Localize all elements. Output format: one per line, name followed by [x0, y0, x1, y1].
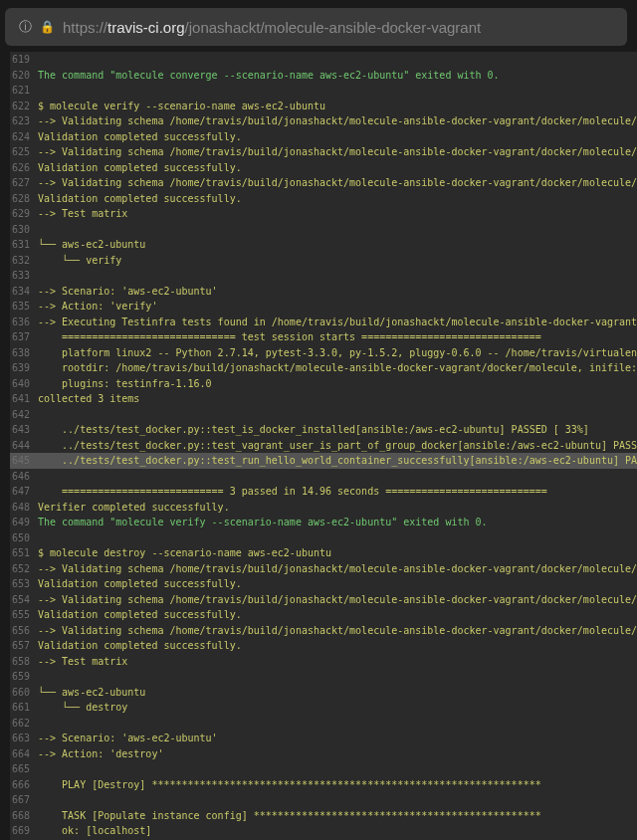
log-line: 627--> Validating schema /home/travis/bu… [10, 175, 637, 191]
line-number[interactable]: 648 [10, 500, 38, 516]
line-number[interactable]: 631 [10, 237, 38, 253]
line-number[interactable]: 632 [10, 253, 38, 269]
log-line: 650 [10, 530, 637, 546]
line-content: The command "molecule verify --scenario-… [38, 515, 488, 530]
line-content: Validation completed successfully. [38, 129, 242, 145]
line-number[interactable]: 667 [10, 792, 38, 808]
line-content: =========================== 3 passed in … [38, 484, 547, 500]
line-number[interactable]: 650 [10, 530, 38, 546]
url-prefix: https:// [63, 19, 107, 36]
line-number[interactable]: 649 [10, 515, 38, 530]
line-number[interactable]: 643 [10, 422, 38, 438]
line-number[interactable]: 644 [10, 438, 38, 454]
line-number[interactable]: 665 [10, 761, 38, 777]
line-number[interactable]: 668 [10, 808, 38, 824]
line-number[interactable]: 645 [10, 453, 38, 469]
log-line: 665 [10, 761, 637, 777]
line-number[interactable]: 656 [10, 623, 38, 639]
line-number[interactable]: 657 [10, 638, 38, 654]
line-number[interactable]: 623 [10, 113, 38, 129]
log-line: 658--> Test matrix [10, 654, 637, 670]
line-content: └── aws-ec2-ubuntu [38, 237, 145, 253]
line-content: The command "molecule converge --scenari… [38, 68, 500, 84]
line-number[interactable]: 653 [10, 576, 38, 592]
line-content: Validation completed successfully. [38, 191, 242, 207]
line-number[interactable]: 624 [10, 129, 38, 145]
line-number[interactable]: 642 [10, 407, 38, 423]
line-number[interactable]: 640 [10, 376, 38, 392]
line-number[interactable]: 630 [10, 222, 38, 238]
log-line: 656--> Validating schema /home/travis/bu… [10, 623, 637, 639]
log-line: 667 [10, 792, 637, 808]
line-content: --> Validating schema /home/travis/build… [38, 175, 637, 191]
log-line: 629--> Test matrix [10, 206, 637, 222]
line-number[interactable]: 655 [10, 607, 38, 623]
line-number[interactable]: 626 [10, 160, 38, 176]
line-number[interactable]: 629 [10, 206, 38, 222]
line-number[interactable]: 639 [10, 360, 38, 376]
line-number[interactable]: 661 [10, 700, 38, 716]
log-line: 623--> Validating schema /home/travis/bu… [10, 113, 637, 129]
line-number[interactable]: 638 [10, 345, 38, 361]
line-content: Verifier completed successfully. [38, 500, 230, 516]
line-content: Validation completed successfully. [38, 638, 242, 654]
line-number[interactable]: 654 [10, 592, 38, 608]
line-number[interactable]: 658 [10, 654, 38, 670]
line-number[interactable]: 663 [10, 731, 38, 746]
line-content: └── aws-ec2-ubuntu [38, 685, 145, 701]
line-number[interactable]: 628 [10, 191, 38, 207]
log-line: 659 [10, 669, 637, 685]
log-line: 669 ok: [localhost] [10, 823, 637, 839]
log-line: 641collected 3 items [10, 391, 637, 407]
line-number[interactable]: 662 [10, 716, 38, 732]
url-bar[interactable]: ⓘ 🔒 https://travis-ci.org/jonashackt/mol… [5, 8, 627, 46]
line-number[interactable]: 634 [10, 284, 38, 300]
log-line: 633 [10, 268, 637, 284]
line-number[interactable]: 660 [10, 685, 38, 701]
line-number[interactable]: 651 [10, 545, 38, 561]
url-path: /jonashackt/molecule-ansible-docker-vagr… [185, 19, 482, 36]
line-content: --> Executing Testinfra tests found in /… [38, 315, 637, 330]
log-line: 642 [10, 407, 637, 423]
line-number[interactable]: 621 [10, 83, 38, 99]
line-number[interactable]: 637 [10, 329, 38, 345]
log-line: 653Validation completed successfully. [10, 576, 637, 592]
line-content: └── verify [38, 253, 121, 269]
line-number[interactable]: 641 [10, 391, 38, 407]
line-content: --> Scenario: 'aws-ec2-ubuntu' [38, 731, 218, 746]
line-number[interactable]: 652 [10, 561, 38, 577]
line-number[interactable]: 622 [10, 99, 38, 114]
line-content: ../tests/test_docker.py::test_run_hello_… [38, 453, 637, 469]
info-icon[interactable]: ⓘ [19, 18, 32, 36]
log-line: 663--> Scenario: 'aws-ec2-ubuntu' [10, 731, 637, 746]
line-number[interactable]: 625 [10, 144, 38, 160]
url-text[interactable]: https://travis-ci.org/jonashackt/molecul… [63, 19, 481, 36]
log-line: 638 platform linux2 -- Python 2.7.14, py… [10, 345, 637, 361]
log-line: 630 [10, 222, 637, 238]
line-number[interactable]: 619 [10, 52, 38, 68]
line-number[interactable]: 664 [10, 746, 38, 762]
line-number[interactable]: 646 [10, 469, 38, 485]
line-content: --> Validating schema /home/travis/build… [38, 144, 637, 160]
log-line: 655Validation completed successfully. [10, 607, 637, 623]
line-content: ../tests/test_docker.py::test_is_docker_… [38, 422, 589, 438]
build-log[interactable]: 619620The command "molecule converge --s… [10, 52, 637, 840]
line-content: collected 3 items [38, 391, 139, 407]
line-content: Validation completed successfully. [38, 607, 242, 623]
line-number[interactable]: 669 [10, 823, 38, 839]
line-number[interactable]: 666 [10, 777, 38, 793]
line-number[interactable]: 627 [10, 175, 38, 191]
log-line: 637 ============================= test s… [10, 329, 637, 345]
line-number[interactable]: 620 [10, 68, 38, 84]
log-line: 660└── aws-ec2-ubuntu [10, 685, 637, 701]
line-number[interactable]: 659 [10, 669, 38, 685]
log-line: 654--> Validating schema /home/travis/bu… [10, 592, 637, 608]
line-number[interactable]: 636 [10, 315, 38, 330]
line-number[interactable]: 647 [10, 484, 38, 500]
line-content: PLAY [Destroy] *************************… [38, 777, 541, 793]
line-number[interactable]: 635 [10, 299, 38, 315]
log-line: 636--> Executing Testinfra tests found i… [10, 315, 637, 330]
log-line: 621 [10, 83, 637, 99]
log-line: 651$ molecule destroy --scenario-name aw… [10, 545, 637, 561]
line-number[interactable]: 633 [10, 268, 38, 284]
